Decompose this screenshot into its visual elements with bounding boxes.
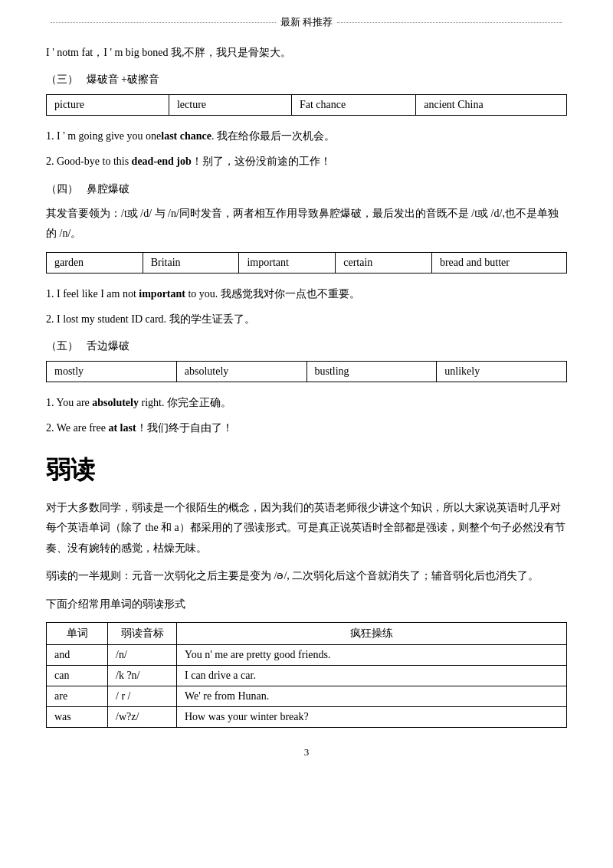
table1-col2: lecture [169,95,291,116]
table1-col4: ancient China [416,95,567,116]
subsection4-desc: 其发音要领为：/t或 /d/ 与 /n/同时发音，两者相互作用导致鼻腔爆破，最后… [46,204,567,244]
subsection5-label: （五） 舌边爆破 [46,339,567,353]
vocab-phonetic-can: /k ?n/ [108,666,177,686]
vocab-header-phonetic: 弱读音标 [108,623,177,645]
table1-col1: picture [47,95,169,116]
vocab-phonetic-are: / r / [108,686,177,707]
vocab-header-word: 单词 [47,623,108,645]
vocab-table: 单词 弱读音标 疯狂操练 and/n/You n' me are pretty … [46,622,567,728]
table3-col4: unlikely [437,362,567,382]
page-number: 3 [46,746,567,758]
vocab-example-are: We' re from Hunan. [177,686,567,707]
example-sec5-1: 1. You are absolutely right. 你完全正确。 [46,393,567,412]
vocab-word-can: can [47,666,108,686]
example-sec4-2: 2. I lost my student ID card. 我的学生证丢了。 [46,310,567,329]
section2-content: I ' notm fat，I ' m big boned 我,不胖，我只是骨架大… [46,47,291,58]
table3-col1: mostly [47,362,177,382]
table2-col1: garden [47,252,143,273]
vocab-row-was: was/w?z/How was your winter break? [47,707,567,728]
vocab-word-was: was [47,707,108,728]
table2-col5: bread and butter [431,252,566,273]
weak-reading-para2: 弱读的一半规则：元音一次弱化之后主要是变为 /ə/, 二次弱化后这个音就消失了；… [46,566,567,587]
header-dotted-line: 最新 科推荐 [46,15,567,29]
table3-col2: absolutely [176,362,306,382]
vocab-phonetic-was: /w?z/ [108,707,177,728]
weak-reading-para3: 下面介绍常用单词的弱读形式 [46,594,567,615]
vocab-row-are: are/ r /We' re from Hunan. [47,686,567,707]
table3-col3: bustling [306,362,437,382]
vocab-row-and: and/n/You n' me are pretty good friends. [47,645,567,666]
subsection4-label: （四） 鼻腔爆破 [46,182,567,196]
vocab-phonetic-and: /n/ [108,645,177,666]
table2-col2: Britain [143,252,239,273]
vocab-row-can: can/k ?n/I can drive a car. [47,666,567,686]
table-nasal-plosive: garden Britain important certain bread a… [46,252,567,274]
example-sec3-1: 1. I ' m going give you onelast chance. … [46,126,567,146]
header-text: 最新 科推荐 [280,15,333,29]
weak-reading-para1: 对于大多数同学，弱读是一个很陌生的概念，因为我们的英语老师很少讲这个知识，所以大… [46,498,567,559]
section2-text: I ' notm fat，I ' m big boned 我,不胖，我只是骨架大… [46,43,567,62]
vocab-header-practice: 疯狂操练 [177,623,567,645]
vocab-word-are: are [47,686,108,707]
table-lateral-plosive: mostly absolutely bustling unlikely [46,361,567,382]
example-sec3-2: 2. Good-bye to this dead-end job！别了，这份没前… [46,152,567,171]
table2-col3: important [239,252,336,273]
example-sec4-1: 1. I feel like I am not important to you… [46,284,567,303]
vocab-example-can: I can drive a car. [177,666,567,686]
vocab-word-and: and [47,645,108,666]
table-plosive-affricative: picture lecture Fat chance ancient China [46,94,567,116]
table2-col4: certain [336,252,432,273]
table1-col3: Fat chance [291,95,415,116]
weak-reading-heading: 弱读 [46,454,567,487]
vocab-example-and: You n' me are pretty good friends. [177,645,567,666]
example-sec5-2: 2. We are free at last！我们终于自由了！ [46,418,567,437]
vocab-example-was: How was your winter break? [177,707,567,728]
subsection3-label: （三） 爆破音 +破擦音 [46,73,567,87]
